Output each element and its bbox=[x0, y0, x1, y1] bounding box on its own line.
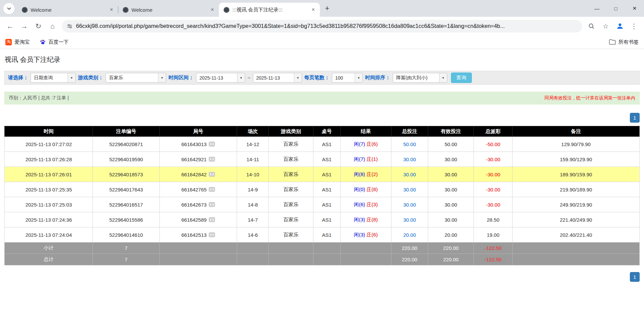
all-bookmarks-button[interactable]: 所有书签 bbox=[609, 39, 639, 45]
bookmarks-bar: 淘 爱淘宝 百度一下 所有书签 bbox=[0, 35, 644, 49]
bookmark-item[interactable]: 淘 爱淘宝 bbox=[5, 39, 30, 45]
result-cell: 闲(6) 庄(3) bbox=[340, 197, 391, 212]
date-to-dropdown[interactable]: 2025-11-13 ▼ bbox=[253, 73, 302, 83]
browser-tab-active[interactable]: :::视讯 会员下注纪录::: × bbox=[219, 3, 320, 17]
total-bet-cell[interactable]: 50.00 bbox=[391, 137, 428, 152]
view-result-icon[interactable] bbox=[209, 172, 215, 177]
note-cell: 249.90/219.90 bbox=[513, 197, 640, 212]
search-button[interactable]: 查询 bbox=[451, 73, 472, 83]
game-type-cell: 百家乐 bbox=[269, 182, 313, 197]
session-cell: 14-12 bbox=[237, 137, 268, 152]
maximize-button[interactable]: □ bbox=[606, 0, 625, 17]
summary-cell bbox=[513, 254, 640, 265]
valid-bet-cell: 30.00 bbox=[428, 167, 474, 182]
forward-button[interactable]: → bbox=[17, 19, 31, 33]
menu-kebab-icon[interactable]: ⋮ bbox=[627, 19, 641, 33]
banker-result: 庄(6) bbox=[367, 232, 378, 237]
table-row: 2025-11-13 07:25:35522964017643661642765… bbox=[5, 182, 640, 197]
sort-label: 时间排序： bbox=[365, 75, 390, 81]
summary-cell: 7 bbox=[93, 242, 159, 254]
tab-close-icon[interactable]: × bbox=[310, 7, 316, 13]
home-button[interactable]: ⌂ bbox=[46, 19, 59, 33]
profile-icon[interactable] bbox=[613, 19, 627, 33]
total-bet-cell[interactable]: 30.00 bbox=[391, 152, 428, 167]
magnifier-icon bbox=[588, 23, 595, 30]
query-type-dropdown[interactable]: 日期查询 ▼ bbox=[31, 73, 76, 83]
time-cell: 2025-11-13 07:24:36 bbox=[5, 212, 93, 227]
all-bookmarks-label: 所有书签 bbox=[618, 39, 639, 45]
bookmark-star-icon[interactable]: ☆ bbox=[599, 19, 612, 33]
view-result-icon[interactable] bbox=[209, 202, 215, 207]
table-no-cell: AS1 bbox=[313, 167, 340, 182]
bookmark-item[interactable]: 百度一下 bbox=[40, 39, 69, 45]
new-tab-button[interactable]: + bbox=[322, 3, 333, 14]
summary-cell bbox=[269, 242, 313, 254]
page-1-button[interactable]: 1 bbox=[630, 272, 640, 282]
summary-cell: 7 bbox=[93, 254, 159, 265]
column-header: 局号 bbox=[159, 126, 237, 137]
round-no-cell: 661642513 bbox=[159, 227, 237, 242]
total-bet-cell[interactable]: 30.00 bbox=[391, 182, 428, 197]
browser-tab[interactable]: Welcome × bbox=[17, 3, 118, 17]
total-bet-cell[interactable]: 30.00 bbox=[391, 212, 428, 227]
tab-title: :::视讯 会员下注纪录::: bbox=[232, 7, 307, 13]
page-1-button[interactable]: 1 bbox=[630, 113, 640, 123]
summary-cell bbox=[513, 242, 640, 254]
tab-search-button[interactable] bbox=[3, 3, 14, 14]
view-result-icon[interactable] bbox=[209, 157, 215, 162]
result-cell: 闲(7) 庄(6) bbox=[340, 137, 391, 152]
minimize-button[interactable]: — bbox=[588, 0, 606, 17]
table-no-cell: AS1 bbox=[313, 137, 340, 152]
round-no: 661642842 bbox=[181, 172, 206, 177]
sort-dropdown[interactable]: 降冪(由大到小) ▼ bbox=[393, 73, 447, 83]
zoom-icon[interactable] bbox=[585, 19, 598, 33]
total-bet-cell[interactable]: 30.00 bbox=[391, 167, 428, 182]
tab-close-icon[interactable]: × bbox=[209, 7, 216, 13]
chevron-down-icon[interactable]: ▼ bbox=[237, 73, 245, 82]
summary-cell bbox=[159, 242, 237, 254]
game-type-label: 游戏类别： bbox=[78, 75, 103, 81]
reload-button[interactable]: ↻ bbox=[32, 19, 45, 33]
result-cell: 闲(7) 庄(1) bbox=[340, 152, 391, 167]
session-cell: 14-10 bbox=[237, 167, 268, 182]
table-row: 2025-11-13 07:27:02522964020871661643013… bbox=[5, 137, 640, 152]
round-no: 661642673 bbox=[181, 202, 206, 208]
chevron-down-icon[interactable]: ▼ bbox=[294, 73, 302, 82]
view-result-icon[interactable] bbox=[209, 142, 215, 146]
total-bet-cell[interactable]: 20.00 bbox=[391, 227, 428, 242]
bet-no-cell: 522964018573 bbox=[93, 167, 159, 182]
tab-favicon-icon bbox=[123, 7, 128, 13]
url-text: 66cxkj98.com/ipl/portal.php/game/betreco… bbox=[76, 23, 505, 29]
column-header: 有效投注 bbox=[428, 126, 474, 137]
note-cell: 189.90/159.90 bbox=[513, 167, 640, 182]
tab-close-icon[interactable]: × bbox=[108, 7, 115, 13]
total-bet-cell[interactable]: 30.00 bbox=[391, 197, 428, 212]
site-settings-icon[interactable] bbox=[67, 23, 73, 29]
chevron-down-icon[interactable]: ▼ bbox=[355, 73, 363, 82]
chevron-down-icon[interactable]: ▼ bbox=[439, 73, 447, 82]
close-button[interactable]: ✕ bbox=[625, 0, 644, 17]
page-size-label: 每页笔数： bbox=[304, 75, 330, 81]
table-no-cell: AS1 bbox=[313, 152, 340, 167]
back-button[interactable]: ← bbox=[3, 19, 17, 33]
pagination-bottom: 1 bbox=[4, 272, 640, 282]
time-cell: 2025-11-13 07:24:04 bbox=[5, 227, 93, 242]
date-from-dropdown[interactable]: 2025-11-13 ▼ bbox=[196, 73, 245, 83]
game-type-dropdown[interactable]: 百家乐 ▼ bbox=[106, 73, 166, 83]
chevron-down-icon[interactable]: ▼ bbox=[158, 73, 166, 82]
summary-cell bbox=[159, 254, 237, 265]
chevron-down-icon[interactable]: ▼ bbox=[68, 73, 75, 82]
table-row: 2025-11-13 07:26:01522964018573661642842… bbox=[5, 167, 640, 182]
view-result-icon[interactable] bbox=[209, 217, 215, 222]
baidu-paw-icon bbox=[40, 39, 46, 45]
browser-tab[interactable]: Welcome × bbox=[118, 3, 219, 17]
address-bar[interactable]: 66cxkj98.com/ipl/portal.php/game/betreco… bbox=[62, 20, 582, 33]
view-result-icon[interactable] bbox=[209, 187, 215, 192]
player-result: 闲(8) bbox=[354, 171, 365, 177]
summary-cell: 220.00 bbox=[391, 254, 428, 265]
round-no-cell: 661642765 bbox=[159, 182, 237, 197]
view-result-icon[interactable] bbox=[209, 232, 215, 237]
bet-no-cell: 522964017643 bbox=[93, 182, 159, 197]
page-size-dropdown[interactable]: 100 ▼ bbox=[332, 73, 363, 83]
bet-no-cell: 522964020871 bbox=[93, 137, 159, 152]
